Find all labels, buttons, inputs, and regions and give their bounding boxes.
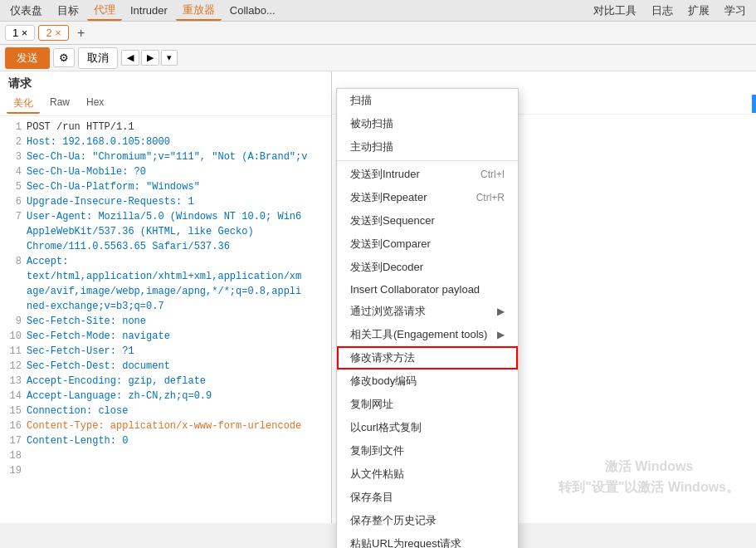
ctx-save-item[interactable]: 保存条目 [337, 486, 518, 509]
ctx-paste-from-file[interactable]: 从文件粘贴 [337, 462, 518, 486]
top-menubar: 仪表盘 目标 代理 Intruder 重放器 Collabo... 对比工具 日… [0, 0, 756, 22]
nav-right[interactable]: ▶ [141, 50, 159, 66]
ctx-change-method[interactable]: 修改请求方法 [337, 346, 518, 369]
nav-down[interactable]: ▾ [161, 50, 178, 66]
menu-log[interactable]: 日志 [645, 2, 680, 20]
tab-add[interactable]: + [72, 26, 90, 41]
context-menu: 扫描 被动扫描 主动扫描 发送到Intruder Ctrl+I 发送到Repea… [336, 88, 519, 548]
tab-2[interactable]: 2 × [38, 25, 68, 41]
ctx-send-repeater[interactable]: 发送到Repeater Ctrl+R [337, 186, 518, 209]
ctx-change-body-encoding[interactable]: 修改body编码 [337, 369, 518, 393]
ctx-send-comparer[interactable]: 发送到Comparer [337, 232, 518, 256]
menu-extend[interactable]: 扩展 [681, 2, 716, 20]
ctx-save-history[interactable]: 保存整个历史记录 [337, 509, 518, 532]
menu-compare[interactable]: 对比工具 [587, 2, 643, 20]
ctx-active-scan[interactable]: 主动扫描 [337, 135, 518, 159]
ctx-paste-url-request[interactable]: 粘贴URL为request请求 [337, 532, 518, 548]
ctx-passive-scan[interactable]: 被动扫描 [337, 112, 518, 135]
subtabs-row: 1 × 2 × + [0, 22, 756, 45]
ctx-browser-request[interactable]: 通过浏览器请求 ▶ [337, 300, 518, 323]
menu-proxy[interactable]: 代理 [87, 1, 122, 21]
menu-target[interactable]: 目标 [51, 2, 85, 20]
menu-dashboard[interactable]: 仪表盘 [3, 2, 49, 20]
nav-left[interactable]: ◀ [121, 50, 139, 66]
ctx-sep-1 [337, 160, 518, 161]
menu-repeater[interactable]: 重放器 [176, 1, 222, 21]
context-menu-overlay: 扫描 被动扫描 主动扫描 发送到Intruder Ctrl+I 发送到Repea… [0, 71, 756, 523]
cancel-button[interactable]: 取消 [78, 47, 118, 69]
ctx-scan[interactable]: 扫描 [337, 89, 518, 112]
ctx-copy-url[interactable]: 复制网址 [337, 393, 518, 416]
nav-arrows: ◀ ▶ ▾ [121, 50, 178, 66]
menu-learn[interactable]: 学习 [718, 2, 753, 20]
content-area: 请求 美化 Raw Hex 1 POST /run HTTP/1.1 2 Hos… [0, 71, 756, 523]
ctx-copy-to-file[interactable]: 复制到文件 [337, 439, 518, 462]
ctx-engagement-tools[interactable]: 相关工具(Engagement tools) ▶ [337, 323, 518, 346]
ctx-send-intruder[interactable]: 发送到Intruder Ctrl+I [337, 163, 518, 186]
send-button[interactable]: 发送 [5, 47, 50, 69]
gear-button[interactable]: ⚙ [53, 48, 75, 67]
toolbar: 发送 ⚙ 取消 ◀ ▶ ▾ [0, 45, 756, 71]
ctx-insert-collaborator[interactable]: Insert Collaborator payload [337, 279, 518, 300]
ctx-copy-curl[interactable]: 以curl格式复制 [337, 416, 518, 439]
menu-collaborator[interactable]: Collabo... [223, 2, 282, 18]
ctx-send-sequencer[interactable]: 发送到Sequencer [337, 209, 518, 232]
tab-1[interactable]: 1 × [5, 25, 35, 41]
ctx-send-decoder[interactable]: 发送到Decoder [337, 256, 518, 279]
menu-intruder[interactable]: Intruder [124, 2, 174, 18]
